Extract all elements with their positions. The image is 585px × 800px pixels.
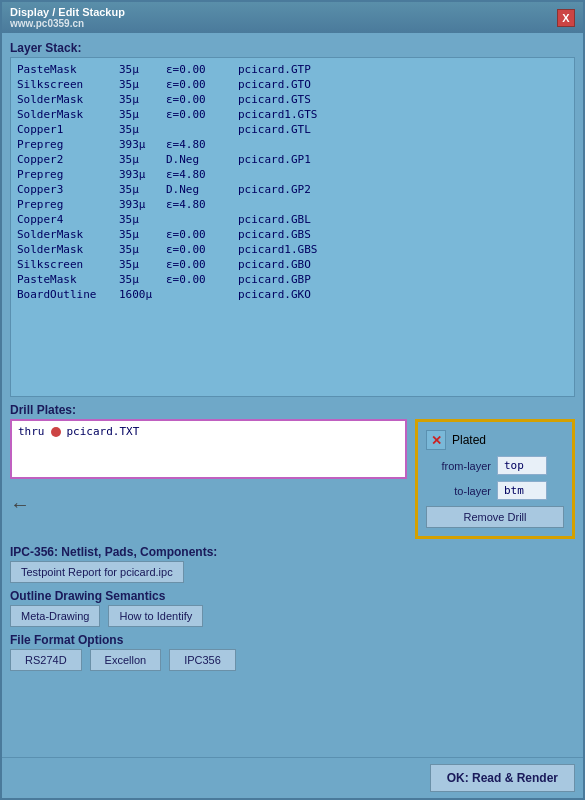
layer-epsilon: D.Neg: [166, 183, 236, 196]
layer-epsilon: ε=4.80: [166, 198, 236, 211]
layer-file: pcicard.GP2: [238, 183, 568, 196]
table-row[interactable]: Copper3 35μ D.Neg pcicard.GP2: [15, 182, 570, 197]
layer-file: pcicard.GP1: [238, 153, 568, 166]
table-row[interactable]: Prepreg 393μ ε=4.80: [15, 197, 570, 212]
layer-epsilon: ε=4.80: [166, 168, 236, 181]
drill-panel: ✕ Plated from-layer to-layer Remove Dril…: [415, 419, 575, 539]
layer-file: pcicard.GTO: [238, 78, 568, 91]
format-btn-rs274d[interactable]: RS274D: [10, 649, 82, 671]
plated-row: ✕ Plated: [426, 430, 564, 450]
table-row[interactable]: Prepreg 393μ ε=4.80: [15, 137, 570, 152]
layer-epsilon: D.Neg: [166, 153, 236, 166]
plated-label: Plated: [452, 433, 486, 447]
table-row[interactable]: Copper4 35μ pcicard.GBL: [15, 212, 570, 227]
layer-thickness: 35μ: [119, 78, 164, 91]
layer-name: Prepreg: [17, 138, 117, 151]
layer-thickness: 35μ: [119, 228, 164, 241]
layer-thickness: 35μ: [119, 108, 164, 121]
file-format-buttons: RS274DExcellonIPC356: [10, 649, 575, 671]
layer-file: pcicard1.GTS: [238, 108, 568, 121]
layer-name: Copper1: [17, 123, 117, 136]
table-row[interactable]: SolderMask 35μ ε=0.00 pcicard1.GTS: [15, 107, 570, 122]
layer-epsilon: ε=0.00: [166, 273, 236, 286]
remove-drill-button[interactable]: Remove Drill: [426, 506, 564, 528]
list-item[interactable]: thru pcicard.TXT: [14, 423, 403, 440]
layer-file: pcicard.GTS: [238, 93, 568, 106]
outline-label: Outline Drawing Semantics: [10, 589, 575, 603]
table-row[interactable]: PasteMask 35μ ε=0.00 pcicard.GTP: [15, 62, 570, 77]
file-format-section: File Format Options RS274DExcellonIPC356: [10, 633, 575, 671]
layer-epsilon: ε=0.00: [166, 243, 236, 256]
layer-file: pcicard1.GBS: [238, 243, 568, 256]
ok-button[interactable]: OK: Read & Render: [430, 764, 575, 792]
to-layer-row: to-layer: [426, 481, 564, 500]
layer-thickness: 393μ: [119, 198, 164, 211]
layer-epsilon: [166, 123, 236, 136]
layer-name: Copper3: [17, 183, 117, 196]
drill-file: pcicard.TXT: [67, 425, 140, 438]
title-line2: www.pc0359.cn: [10, 18, 125, 29]
layer-file: pcicard.GBP: [238, 273, 568, 286]
layer-name: SolderMask: [17, 243, 117, 256]
close-button[interactable]: X: [557, 9, 575, 27]
drill-list[interactable]: thru pcicard.TXT: [10, 419, 407, 479]
layer-name: SolderMask: [17, 93, 117, 106]
from-layer-input[interactable]: [497, 456, 547, 475]
table-row[interactable]: SolderMask 35μ ε=0.00 pcicard.GTS: [15, 92, 570, 107]
meta-drawing-button[interactable]: Meta-Drawing: [10, 605, 100, 627]
table-row[interactable]: SolderMask 35μ ε=0.00 pcicard1.GBS: [15, 242, 570, 257]
layer-name: Prepreg: [17, 168, 117, 181]
bottom-bar: OK: Read & Render: [2, 757, 583, 798]
drill-arrow: ←: [10, 493, 407, 516]
layer-epsilon: [166, 288, 236, 301]
table-row[interactable]: Silkscreen 35μ ε=0.00 pcicard.GBO: [15, 257, 570, 272]
file-format-label: File Format Options: [10, 633, 575, 647]
outline-section: Outline Drawing Semantics Meta-Drawing H…: [10, 589, 575, 627]
layer-thickness: 35μ: [119, 123, 164, 136]
table-row[interactable]: BoardOutline 1600μ pcicard.GKO: [15, 287, 570, 302]
layer-epsilon: ε=0.00: [166, 78, 236, 91]
layer-stack-label: Layer Stack:: [10, 41, 575, 55]
layer-name: SolderMask: [17, 228, 117, 241]
layer-name: Copper4: [17, 213, 117, 226]
table-row[interactable]: PasteMask 35μ ε=0.00 pcicard.GBP: [15, 272, 570, 287]
layer-thickness: 35μ: [119, 213, 164, 226]
table-row[interactable]: Silkscreen 35μ ε=0.00 pcicard.GTO: [15, 77, 570, 92]
layer-stack-container[interactable]: PasteMask 35μ ε=0.00 pcicard.GTP Silkscr…: [10, 57, 575, 397]
layer-name: BoardOutline: [17, 288, 117, 301]
drill-section: thru pcicard.TXT ← ✕ Plated from-layer: [10, 419, 575, 539]
to-layer-input[interactable]: [497, 481, 547, 500]
layer-thickness: 393μ: [119, 138, 164, 151]
title-bar: Display / Edit Stackup www.pc0359.cn X: [2, 2, 583, 33]
table-row[interactable]: Prepreg 393μ ε=4.80: [15, 167, 570, 182]
table-row[interactable]: SolderMask 35μ ε=0.00 pcicard.GBS: [15, 227, 570, 242]
layer-name: PasteMask: [17, 273, 117, 286]
layer-file: pcicard.GKO: [238, 288, 568, 301]
layer-file: [238, 198, 568, 211]
layer-thickness: 35μ: [119, 183, 164, 196]
table-row[interactable]: Copper2 35μ D.Neg pcicard.GP1: [15, 152, 570, 167]
ipc-section: IPC-356: Netlist, Pads, Components: Test…: [10, 545, 575, 583]
format-btn-ipc356[interactable]: IPC356: [169, 649, 236, 671]
format-btn-excellon[interactable]: Excellon: [90, 649, 162, 671]
layer-thickness: 35μ: [119, 273, 164, 286]
plated-x-button[interactable]: ✕: [426, 430, 446, 450]
layer-epsilon: ε=4.80: [166, 138, 236, 151]
layer-stack-section: Layer Stack: PasteMask 35μ ε=0.00 pcicar…: [10, 41, 575, 397]
table-row[interactable]: Copper1 35μ pcicard.GTL: [15, 122, 570, 137]
layer-thickness: 35μ: [119, 93, 164, 106]
title-text: Display / Edit Stackup www.pc0359.cn: [10, 6, 125, 29]
outline-buttons: Meta-Drawing How to Identify: [10, 605, 575, 627]
layer-name: SolderMask: [17, 108, 117, 121]
layer-thickness: 393μ: [119, 168, 164, 181]
drill-color-dot: [51, 427, 61, 437]
layer-name: Silkscreen: [17, 258, 117, 271]
layer-file: [238, 138, 568, 151]
how-to-identify-button[interactable]: How to Identify: [108, 605, 203, 627]
ipc-button[interactable]: Testpoint Report for pcicard.ipc: [10, 561, 184, 583]
layer-name: PasteMask: [17, 63, 117, 76]
layer-thickness: 35μ: [119, 153, 164, 166]
layer-thickness: 35μ: [119, 258, 164, 271]
layer-stack-list[interactable]: PasteMask 35μ ε=0.00 pcicard.GTP Silkscr…: [11, 58, 574, 396]
title-line1: Display / Edit Stackup: [10, 6, 125, 18]
